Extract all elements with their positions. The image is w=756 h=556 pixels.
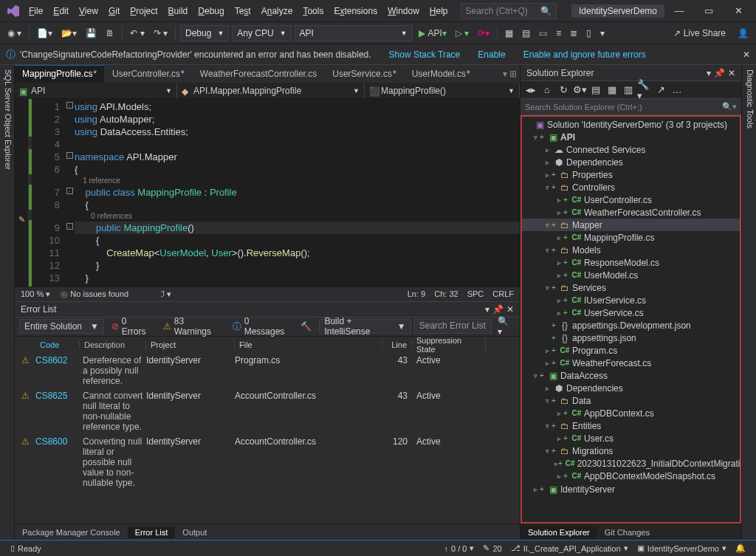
se-sync-icon[interactable]: ↻ [556, 83, 571, 97]
user-file[interactable]: ▹+C#User.cs [522, 432, 740, 445]
tab-mappingprofile[interactable]: MappingProfile.cs* [15, 65, 105, 83]
build-intellisense-select[interactable]: Build + IntelliSense ▼ [319, 319, 410, 334]
se-filter-icon[interactable]: ⚙▾ [572, 83, 587, 97]
minimize-button[interactable]: — [664, 0, 694, 22]
tb-icon-6[interactable]: ▯ [583, 27, 594, 40]
nav-class-select[interactable]: ◆API.Mapper.MappingProfile▼ [177, 83, 365, 98]
status-changes[interactable]: ↑ 0 / 0 ▾ [440, 543, 479, 553]
col-file[interactable]: File [235, 340, 382, 349]
solution-node[interactable]: ▣Solution 'IdentityServerDemo' (3 of 3 p… [522, 118, 740, 131]
project-dataaccess-node[interactable]: ▿+▣DataAccess [522, 369, 740, 382]
userservice-file[interactable]: ▹+C#UserService.cs [522, 306, 740, 319]
outline-margin[interactable]: - - - - [64, 99, 75, 286]
account-icon[interactable]: 👤 [735, 27, 752, 40]
nav-back-button[interactable]: ◉ ▾ [4, 27, 24, 40]
menu-tools[interactable]: Tools [298, 3, 329, 19]
status-notification-icon[interactable]: 🔔 [731, 543, 750, 553]
errors-filter[interactable]: ⊘ 0 Errors [107, 319, 156, 334]
status-branch[interactable]: ⎇ II._Create_API_Application ▾ [506, 543, 633, 553]
solution-tree[interactable]: ▣Solution 'IdentityServerDemo' (3 of 3 p… [520, 115, 741, 524]
appsettings-file[interactable]: +{}appsettings.json [522, 332, 740, 344]
menu-debug[interactable]: Debug [193, 3, 229, 19]
usercontroller-file[interactable]: ▹+C#UserController.cs [522, 193, 740, 206]
show-stack-trace-link[interactable]: Show Stack Trace [389, 49, 461, 60]
properties-node[interactable]: ▹+🗀Properties [522, 168, 740, 181]
menu-edit[interactable]: Edit [48, 3, 74, 19]
nav-project-select[interactable]: ▣API▼ [15, 83, 177, 98]
tb-icon-5[interactable]: ≣ [567, 27, 580, 40]
tab-solution-explorer[interactable]: Solution Explorer [520, 526, 597, 538]
tab-usercontroller[interactable]: UserController.cs* [105, 65, 193, 83]
tab-usermodel[interactable]: UserModel.cs* [405, 65, 478, 83]
global-search-input[interactable]: Search (Ctrl+Q) 🔍 [461, 3, 557, 19]
migrations-folder[interactable]: ▿+🗀Migrations [522, 445, 740, 457]
weatherforecast-file[interactable]: ▹+C#WeatherForecast.cs [522, 357, 740, 369]
enable-link[interactable]: Enable [478, 49, 505, 60]
error-row[interactable]: ⚠ CS8600 Converting null literal or poss… [15, 434, 520, 490]
open-button[interactable]: 📂▾ [58, 27, 80, 40]
appsettings-dev-file[interactable]: +{}appsettings.Development.json [522, 319, 740, 332]
nav-member-select[interactable]: ⬛MappingProfile()▼ [365, 83, 520, 98]
se-refresh-icon[interactable]: ▥ [621, 83, 636, 97]
save-button[interactable]: 💾 [83, 27, 100, 40]
run-button[interactable]: ▶ API ▾ [416, 27, 450, 40]
close-button[interactable]: ✕ [724, 0, 753, 22]
program-file[interactable]: ▹+C#Program.cs [522, 344, 740, 357]
se-showall-icon[interactable]: ▦ [605, 83, 619, 97]
tab-error-list[interactable]: Error List [128, 526, 176, 538]
error-row[interactable]: ⚠ CS8602 Dereference of a possibly null … [15, 353, 520, 388]
tab-output[interactable]: Output [175, 526, 214, 538]
connected-services-node[interactable]: ▹☁Connected Services [522, 143, 740, 156]
tabs-dropdown-icon[interactable]: ▾ [503, 69, 507, 79]
services-folder[interactable]: ▿+🗀Services [522, 281, 740, 294]
error-scope-select[interactable]: Entire Solution ▼ [19, 319, 104, 334]
tb-icon-3[interactable]: ▭ [536, 27, 550, 40]
menu-build[interactable]: Build [163, 3, 193, 19]
se-prop-icon[interactable]: 🔧▾ [637, 83, 652, 97]
se-back-icon[interactable]: ◂▸ [523, 83, 538, 97]
left-rail-sql-explorer[interactable]: SQL Server Object Explorer [0, 65, 15, 540]
error-row[interactable]: ⚠ CS8625 Cannot convert null literal to … [15, 388, 520, 434]
error-search-input[interactable]: Search Error List [414, 319, 492, 334]
data-folder[interactable]: ▿+🗀Data [522, 394, 740, 407]
maximize-button[interactable]: ▭ [694, 0, 724, 22]
enable-ignore-link[interactable]: Enable and ignore future errors [523, 49, 646, 60]
zoom-label[interactable]: 100 % ▾ [21, 289, 50, 299]
status-commits[interactable]: ✎ 20 [478, 543, 506, 553]
menu-project[interactable]: Project [125, 3, 162, 19]
snapshot-file[interactable]: ▹+C#AppDBContextModelSnapshot.cs [522, 470, 740, 482]
undo-button[interactable]: ↶ ▾ [127, 27, 147, 40]
se-preview-icon[interactable]: ↗ [653, 83, 668, 97]
dependencies-node[interactable]: ▹⬢Dependencies [522, 156, 740, 168]
notification-close-button[interactable]: ✕ [743, 49, 750, 60]
weathercontroller-file[interactable]: ▹+C#WeatherForecastController.cs [522, 206, 740, 219]
menu-git[interactable]: Git [103, 3, 125, 19]
hot-reload-button[interactable]: ⟳▾ [475, 27, 492, 40]
entities-folder[interactable]: ▿+🗀Entities [522, 419, 740, 432]
mapper-folder[interactable]: ▿+🗀Mapper [522, 219, 740, 231]
tb-icon-1[interactable]: ▦ [502, 27, 516, 40]
col-proj[interactable]: Project [146, 340, 235, 349]
breakpoint-margin[interactable]: ✎ [15, 99, 28, 286]
build-filter-icon[interactable]: 🔨 [296, 319, 316, 334]
tb-icon-2[interactable]: ▤ [519, 27, 533, 40]
appdbcontext-file[interactable]: ▹+C#AppDBContext.cs [522, 407, 740, 419]
tab-package-manager[interactable]: Package Manager Console [15, 526, 128, 538]
tab-git-changes[interactable]: Git Changes [597, 526, 657, 538]
migration-file[interactable]: ▹+C#20230131022623_InitialDbContextMigra… [522, 457, 740, 470]
platform-select[interactable]: Any CPU▼ [232, 25, 291, 41]
menu-window[interactable]: Window [382, 3, 425, 19]
panel-dropdown-icon[interactable]: ▾ [485, 304, 489, 315]
menu-file[interactable]: File [24, 3, 48, 19]
se-home-icon[interactable]: ⌂ [540, 83, 554, 97]
warnings-filter[interactable]: ⚠ 83 Warnings [159, 319, 225, 334]
run-without-debug-button[interactable]: ▷ ▾ [453, 27, 472, 40]
da-dependencies-node[interactable]: ▹⬢Dependencies [522, 382, 740, 394]
se-collapse-icon[interactable]: ▤ [588, 83, 603, 97]
col-line[interactable]: Line [382, 340, 412, 349]
redo-button[interactable]: ↷ ▾ [151, 27, 171, 40]
menu-view[interactable]: View [74, 3, 103, 19]
new-project-button[interactable]: 📄▾ [34, 27, 55, 40]
project-api-node[interactable]: ▿+▣API [522, 131, 740, 143]
tb-icon-7[interactable]: ▾ [597, 27, 608, 40]
